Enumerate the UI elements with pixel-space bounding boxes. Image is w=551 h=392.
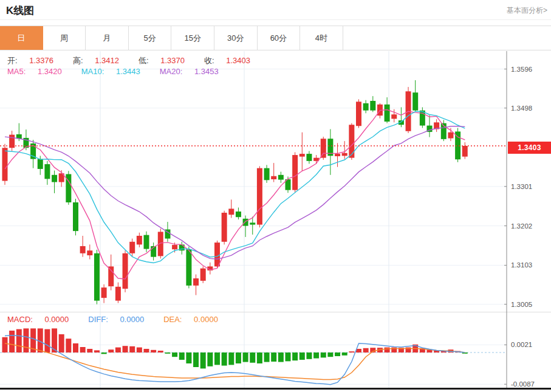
chart-bottom-border bbox=[0, 388, 551, 390]
ohlc-legend-item: 低: 1.3370 bbox=[139, 56, 194, 65]
macd-bar bbox=[73, 343, 78, 352]
period-tab-4[interactable]: 5分 bbox=[129, 26, 172, 50]
macd-legend: MACD: 0.0000DIFF: 0.0000DEA: 0.0000 bbox=[7, 315, 238, 324]
macd-bar bbox=[278, 352, 284, 362]
macd-bar bbox=[179, 352, 185, 360]
macd-bar bbox=[151, 350, 156, 352]
macd-bar bbox=[101, 352, 107, 354]
macd-bar bbox=[306, 352, 312, 359]
period-tab-5[interactable]: 15分 bbox=[171, 26, 214, 50]
candle-body bbox=[129, 242, 135, 253]
page-title: K线图 bbox=[6, 4, 34, 18]
macd-bar bbox=[23, 328, 29, 352]
candle-body bbox=[391, 114, 397, 119]
ohlc-legend-item: 收: 1.3403 bbox=[204, 56, 260, 65]
kline-chart-area: 1.35961.34981.33011.32021.31031.3005 0.0… bbox=[0, 51, 551, 392]
macd-bar bbox=[2, 337, 8, 352]
price-tick-label: 1.3103 bbox=[511, 261, 532, 269]
candle-body bbox=[292, 155, 298, 190]
period-tab-8[interactable]: 4时 bbox=[300, 26, 343, 50]
macd-bar bbox=[222, 352, 227, 366]
ohlc-legend: 开: 1.3376高: 1.3412低: 1.3370收: 1.3403 bbox=[7, 55, 270, 66]
candle-body bbox=[73, 202, 78, 231]
candle-body bbox=[38, 159, 43, 169]
current-price-badge: 1.3403 bbox=[508, 142, 551, 154]
header: K线图 基本面分析> bbox=[0, 0, 551, 19]
candle-body bbox=[412, 92, 418, 110]
macd-bar bbox=[228, 352, 234, 365]
period-tab-1[interactable]: 日 bbox=[0, 26, 43, 50]
candle-body bbox=[123, 253, 128, 289]
candle-body bbox=[264, 168, 270, 181]
ma-legend-item: MA10: 1.3443 bbox=[81, 67, 150, 76]
macd-bar bbox=[186, 352, 191, 363]
candle-body bbox=[108, 266, 114, 286]
candle-body bbox=[2, 148, 8, 181]
macd-bar bbox=[299, 352, 305, 360]
price-tick-label: 1.3498 bbox=[511, 105, 532, 112]
macd-bar bbox=[264, 352, 270, 362]
candle-body bbox=[44, 164, 50, 179]
candle-body bbox=[370, 101, 375, 111]
candle-body bbox=[278, 175, 284, 180]
macd-legend-item: MACD: 0.0000 bbox=[7, 315, 78, 324]
candle-body bbox=[243, 219, 248, 226]
candle-body bbox=[349, 125, 354, 157]
macd-bar bbox=[385, 348, 390, 352]
macd-bar bbox=[172, 352, 177, 357]
macd-bar bbox=[80, 347, 86, 352]
macd-bar bbox=[349, 351, 354, 352]
macd-tick-label: 0.0021 bbox=[511, 341, 532, 348]
macd-bar bbox=[123, 346, 128, 352]
candlestick-chart[interactable]: 1.35961.34981.33011.32021.31031.3005 bbox=[0, 51, 551, 312]
candle-body bbox=[172, 245, 177, 249]
macd-bar bbox=[108, 349, 114, 352]
candle-body bbox=[101, 287, 107, 298]
macd-bar bbox=[313, 352, 319, 359]
candle-body bbox=[214, 242, 220, 266]
macd-bar bbox=[144, 349, 149, 352]
macd-bar bbox=[236, 352, 241, 363]
macd-bar bbox=[115, 348, 121, 352]
candle-body bbox=[137, 236, 142, 244]
macd-bar bbox=[363, 348, 369, 352]
price-tick-label: 1.3005 bbox=[511, 301, 532, 308]
candle-body bbox=[462, 146, 468, 157]
candle-body bbox=[222, 213, 227, 242]
period-tab-7[interactable]: 60分 bbox=[258, 26, 301, 50]
candle-body bbox=[306, 154, 312, 161]
macd-bar bbox=[257, 352, 262, 363]
macd-bar bbox=[59, 334, 64, 352]
ma10-line bbox=[5, 111, 465, 263]
candle-body bbox=[80, 246, 86, 253]
period-tab-6[interactable]: 30分 bbox=[214, 26, 258, 50]
macd-bar bbox=[165, 352, 170, 354]
macd-bar bbox=[207, 352, 213, 366]
price-tick-label: 1.3301 bbox=[511, 183, 532, 190]
candle-body bbox=[385, 105, 390, 122]
macd-bar bbox=[250, 352, 255, 363]
period-tab-3[interactable]: 月 bbox=[86, 26, 129, 50]
candle-body bbox=[363, 103, 369, 111]
fundamental-analysis-link[interactable]: 基本面分析> bbox=[507, 5, 547, 16]
candle-body bbox=[200, 269, 206, 281]
diff-line bbox=[5, 335, 465, 385]
ma-legend-item: MA20: 1.3453 bbox=[160, 67, 228, 76]
candle-body bbox=[271, 176, 276, 179]
candle-body bbox=[94, 253, 100, 301]
ma-legend-item: MA5: 1.3420 bbox=[7, 67, 72, 76]
macd-bar bbox=[243, 352, 248, 362]
macd-bar bbox=[87, 349, 92, 352]
header-divider bbox=[0, 19, 551, 20]
price-tick-label: 1.3596 bbox=[511, 66, 532, 73]
macd-bar bbox=[200, 352, 206, 368]
macd-bar bbox=[342, 352, 347, 356]
candle-body bbox=[186, 249, 191, 286]
period-tab-2[interactable]: 周 bbox=[43, 26, 86, 50]
macd-bar bbox=[129, 346, 135, 352]
candle-body bbox=[236, 211, 241, 217]
macd-bar bbox=[9, 331, 15, 352]
macd-legend-item: DEA: 0.0000 bbox=[163, 315, 228, 324]
macd-tick-label: -0.0087 bbox=[511, 380, 535, 388]
candle-body bbox=[342, 153, 347, 156]
